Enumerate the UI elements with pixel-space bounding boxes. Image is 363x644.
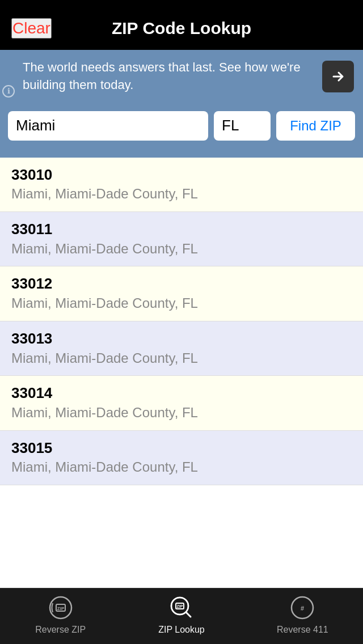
- state-input[interactable]: [214, 111, 271, 141]
- zip-location: Miami, Miami-Dade County, FL: [11, 457, 352, 477]
- reverse-411-icon: #: [289, 594, 316, 621]
- zip-location: Miami, Miami-Dade County, FL: [11, 349, 352, 368]
- app-header: Clear ZIP Code Lookup: [0, 0, 363, 50]
- tab-reverse-zip-label: Reverse ZIP: [35, 625, 86, 635]
- zip-location: Miami, Miami-Dade County, FL: [11, 403, 352, 422]
- table-row[interactable]: 33012Miami, Miami-Dade County, FL: [0, 266, 363, 321]
- ad-info-icon[interactable]: ℹ: [2, 85, 15, 98]
- zip-code: 33010: [11, 166, 352, 185]
- table-row[interactable]: 33010Miami, Miami-Dade County, FL: [0, 158, 363, 212]
- svg-text:ZIP: ZIP: [57, 606, 64, 611]
- zip-lookup-icon: ZIP: [168, 594, 195, 621]
- page-title: ZIP Code Lookup: [112, 19, 251, 38]
- zip-location: Miami, Miami-Dade County, FL: [11, 184, 352, 204]
- zip-location: Miami, Miami-Dade County, FL: [11, 294, 352, 313]
- table-row[interactable]: 33013Miami, Miami-Dade County, FL: [0, 321, 363, 376]
- zip-code: 33011: [11, 220, 352, 239]
- clear-button[interactable]: Clear: [11, 18, 52, 39]
- svg-text:ZIP: ZIP: [177, 604, 183, 608]
- ad-text: The world needs answers that last. See h…: [11, 59, 315, 94]
- results-list: 33010Miami, Miami-Dade County, FL33011Mi…: [0, 158, 363, 588]
- ad-banner: ℹ The world needs answers that last. See…: [0, 50, 363, 103]
- city-input[interactable]: [8, 111, 208, 141]
- tab-zip-lookup[interactable]: ZIP ZIP Lookup: [121, 594, 242, 635]
- table-row[interactable]: 33015Miami, Miami-Dade County, FL: [0, 431, 363, 485]
- tab-bar: ZIP Reverse ZIP ZIP ZIP Lookup # Rever: [0, 588, 363, 644]
- table-row[interactable]: 33014Miami, Miami-Dade County, FL: [0, 376, 363, 430]
- tab-zip-lookup-label: ZIP Lookup: [158, 625, 205, 635]
- ad-arrow-button[interactable]: [322, 61, 354, 92]
- tab-reverse-411[interactable]: # Reverse 411: [242, 594, 363, 635]
- tab-reverse-zip[interactable]: ZIP Reverse ZIP: [0, 594, 121, 635]
- table-row[interactable]: 33011Miami, Miami-Dade County, FL: [0, 212, 363, 266]
- reverse-zip-icon: ZIP: [47, 594, 74, 621]
- zip-location: Miami, Miami-Dade County, FL: [11, 239, 352, 259]
- zip-code: 33014: [11, 384, 352, 403]
- search-area: Find ZIP: [0, 103, 363, 158]
- svg-text:#: #: [301, 605, 304, 612]
- zip-code: 33012: [11, 274, 352, 294]
- zip-code: 33013: [11, 329, 352, 349]
- tab-reverse-411-label: Reverse 411: [277, 625, 328, 635]
- svg-line-6: [186, 612, 191, 617]
- zip-code: 33015: [11, 439, 352, 458]
- find-zip-button[interactable]: Find ZIP: [276, 111, 355, 141]
